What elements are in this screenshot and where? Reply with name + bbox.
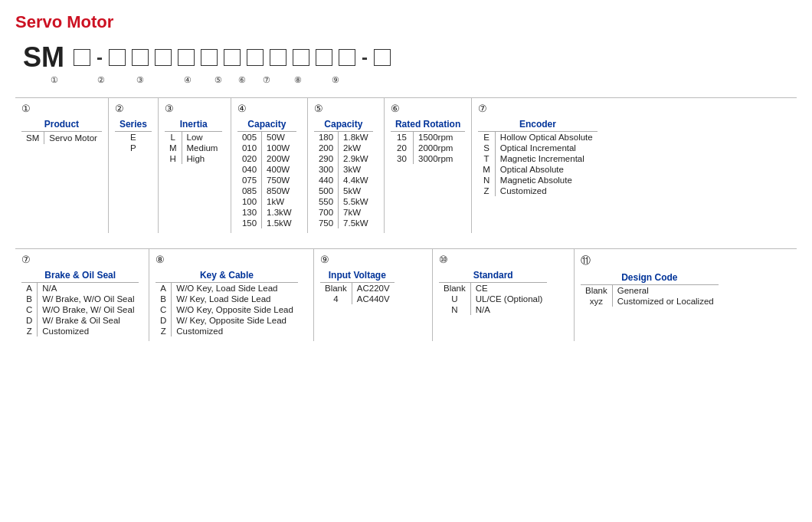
table-row: 202000rpm: [391, 143, 465, 153]
capacity-large-header: Capacity: [314, 117, 373, 132]
inertia-table: Inertia LLow MMedium HHigh: [165, 117, 223, 164]
table-row: ZCustomized: [156, 326, 298, 337]
key-cable-header: Key & Cable: [156, 268, 298, 283]
model-box-3b: [155, 49, 172, 66]
table-row: TMagnetic Incremental: [478, 153, 597, 164]
table-row: DW/ Brake & Oil Seal: [21, 315, 139, 326]
table-row: BW/ Key, Load Side Lead: [156, 294, 298, 304]
brake-oil-seal-header: Brake & Oil Seal: [21, 268, 139, 283]
circled-num-9: ⑨: [325, 75, 346, 85]
table-row: 7007kW: [314, 207, 373, 218]
section-num-b10: ⑩: [439, 254, 568, 265]
rated-rotation-header: Rated Rotation: [391, 117, 465, 132]
table-row: 1301.3kW: [237, 207, 296, 218]
table-row: LLow: [165, 132, 223, 143]
table-row: MOptical Absolute: [478, 164, 597, 175]
inertia-l-val: Low: [182, 132, 222, 143]
product-value: Servo Motor: [44, 132, 102, 145]
table-row: HHigh: [165, 153, 223, 164]
table-row: 00550W: [237, 132, 296, 143]
table-row: SOptical Incremental: [478, 143, 597, 153]
brake-oil-seal-table: Brake & Oil Seal AN/A BW/ Brake, W/O Oil…: [21, 268, 139, 337]
table-row: 1501.5kW: [237, 218, 296, 228]
encoder-header: Encoder: [478, 117, 597, 132]
inertia-h-code: H: [165, 153, 182, 164]
section-num-3: ③: [165, 103, 224, 114]
model-dash-2: -: [362, 47, 368, 68]
capacity-small-header: Capacity: [237, 117, 296, 132]
circled-num-2: ②: [90, 75, 112, 85]
table-row: CW/O Brake, W/ Oil Seal: [21, 304, 139, 315]
table-row: 085850W: [237, 185, 296, 196]
circled-num-3: ③: [112, 75, 169, 85]
product-code: SM: [21, 132, 44, 145]
table-row: UUL/CE (Optional): [439, 294, 547, 304]
section-num-b9: ⑨: [320, 254, 426, 265]
table-row: NN/A: [439, 304, 547, 315]
section-design-code: ⑪ Design Code BlankGeneral xyzCustomized…: [575, 249, 728, 341]
standard-header: Standard: [439, 268, 547, 283]
table-row: 1801.8kW: [314, 132, 373, 143]
inertia-m-val: Medium: [182, 143, 222, 153]
table-row: ZCustomized: [21, 326, 139, 337]
table-row: P: [115, 143, 152, 153]
table-row: 2002kW: [314, 143, 373, 153]
table-row: DW/ Key, Opposite Side Lead: [156, 315, 298, 326]
table-row: 5005kW: [314, 185, 373, 196]
circled-num-6: ⑥: [230, 75, 254, 85]
section-capacity-small: ④ Capacity 00550W 010100W 020200W 040400…: [231, 98, 308, 233]
table-row: 3003kW: [314, 164, 373, 175]
table-row: 7507.5kW: [314, 218, 373, 228]
section-num-1: ①: [21, 103, 102, 114]
table-row: BW/ Brake, W/O Oil Seal: [21, 294, 139, 304]
rated-rotation-table: Rated Rotation 151500rpm 202000rpm 30300…: [391, 117, 465, 164]
table-row: 5505.5kW: [314, 196, 373, 207]
capacity-large-table: Capacity 1801.8kW 2002kW 2902.9kW 3003kW…: [314, 117, 373, 228]
inertia-m-code: M: [165, 143, 182, 153]
series-p: P: [115, 143, 152, 153]
circled-num-7: ⑦: [254, 75, 279, 85]
circled-num-1: ①: [26, 75, 83, 85]
table-row: BlankCE: [439, 283, 547, 294]
table-row: 4404.4kW: [314, 175, 373, 185]
table-row: 303000rpm: [391, 153, 465, 164]
table-row: xyzCustomized or Localized: [581, 296, 719, 307]
model-box-2: [109, 49, 126, 66]
model-box-1: [74, 49, 90, 66]
section-brake-oil-seal: ⑦ Brake & Oil Seal AN/A BW/ Brake, W/O O…: [15, 249, 149, 341]
input-voltage-table: Input Voltage BlankAC220V 4AC440V: [320, 268, 395, 304]
section-num-7: ⑦: [478, 103, 619, 114]
model-box-3c: [178, 49, 195, 66]
model-box-6: [270, 49, 286, 66]
model-prefix: SM: [23, 41, 64, 74]
table-row: NMagnetic Absolute: [478, 175, 597, 185]
table-row: BlankGeneral: [581, 285, 719, 297]
model-box-9: [374, 49, 391, 66]
model-box-7: [293, 49, 309, 66]
table-row: 1001kW: [237, 196, 296, 207]
table-row: 4AC440V: [320, 294, 395, 304]
model-box-3a: [132, 49, 149, 66]
encoder-table: Encoder EHollow Optical Absolute SOptica…: [478, 117, 597, 196]
table-row: CW/O Key, Opposite Side Lead: [156, 304, 298, 315]
series-e: E: [115, 132, 152, 143]
table-row: 2902.9kW: [314, 153, 373, 164]
table-row: SM Servo Motor: [21, 132, 102, 145]
table-row: 020200W: [237, 153, 296, 164]
circled-num-5: ⑤: [207, 75, 230, 85]
model-box-8b: [339, 49, 355, 66]
section-product: ① Product SM Servo Motor: [15, 98, 109, 233]
section-capacity-large: ⑤ Capacity 1801.8kW 2002kW 2902.9kW 3003…: [308, 98, 385, 233]
capacity-small-table: Capacity 00550W 010100W 020200W 040400W …: [237, 117, 296, 228]
inertia-l-code: L: [165, 132, 182, 143]
table-row: AW/O Key, Load Side Lead: [156, 283, 298, 294]
input-voltage-header: Input Voltage: [320, 268, 395, 283]
key-cable-table: Key & Cable AW/O Key, Load Side Lead BW/…: [156, 268, 298, 337]
series-header: Series: [115, 117, 152, 132]
model-box-4a: [201, 49, 218, 66]
section-num-2: ②: [115, 103, 152, 114]
section-series: ② Series E P: [109, 98, 159, 233]
inertia-header: Inertia: [165, 117, 223, 132]
table-row: AN/A: [21, 283, 139, 294]
table-row: 010100W: [237, 143, 296, 153]
